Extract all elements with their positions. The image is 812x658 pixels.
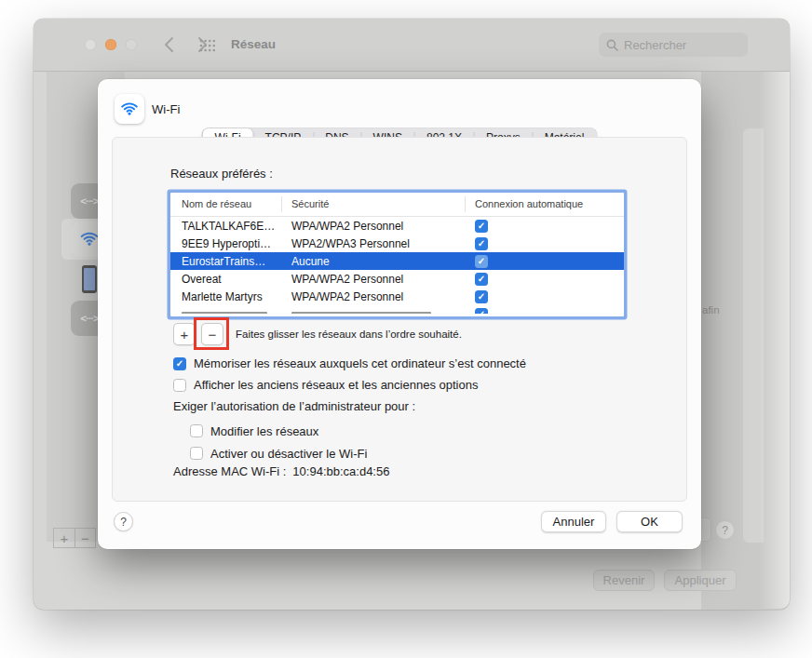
wifi-icon: [119, 98, 140, 121]
network-name: TALKTALKAF6E…: [170, 220, 282, 233]
option-label: Afficher les anciens réseaux et les anci…: [194, 378, 478, 392]
network-security: WPA/WPA2 Personnel: [282, 220, 466, 233]
network-name: 9EE9 Hyperopti…: [170, 237, 282, 250]
ok-button[interactable]: OK: [616, 511, 683, 532]
preferred-networks-label: Réseaux préférés :: [170, 167, 273, 181]
network-table-body: TALKTALKAF6E… WPA/WPA2 Personnel 9EE9 Hy…: [170, 217, 624, 314]
background-text-fragment: afin: [702, 304, 720, 316]
network-row[interactable]: Marlette Martyrs WPA/WPA2 Personnel: [170, 288, 624, 305]
column-header-auto-connect[interactable]: Connexion automatique: [466, 196, 624, 212]
titlebar: Réseau: [34, 19, 790, 72]
apply-button[interactable]: Appliquer: [664, 570, 737, 591]
search-input[interactable]: [599, 33, 748, 57]
option-row: Activer ou désactiver le Wi-Fi: [190, 442, 367, 464]
admin-options-list: Modifier les réseauxActiver ou désactive…: [190, 420, 367, 464]
network-row[interactable]: [170, 305, 624, 314]
network-row[interactable]: Overeat WPA/WPA2 Personnel: [170, 270, 624, 288]
checkbox[interactable]: [475, 220, 488, 233]
table-header: Nom de réseau Sécurité Connexion automat…: [170, 193, 624, 217]
background-help-button[interactable]: ?: [715, 520, 735, 540]
network-security: WPA/WPA2 Personnel: [282, 273, 466, 286]
column-header-security[interactable]: Sécurité: [282, 196, 466, 212]
checkbox[interactable]: [190, 447, 203, 460]
cancel-button[interactable]: Annuler: [541, 511, 606, 532]
dialog-title: Wi-Fi: [152, 102, 180, 116]
add-network-button[interactable]: +: [173, 323, 196, 345]
traffic-light-zoom-icon[interactable]: [126, 39, 137, 50]
ethernet-icon: <···>: [81, 195, 99, 207]
mac-address-line: Adresse MAC Wi-Fi :10:94:bb:ca:d4:56: [173, 464, 389, 478]
network-row[interactable]: EurostarTrains… Aucune: [170, 252, 624, 270]
option-label: Modifier les réseaux: [210, 424, 318, 438]
network-name: EurostarTrains…: [170, 255, 282, 268]
screen: Réseau <···> <···>: [0, 0, 812, 658]
background-remove-service-button[interactable]: −: [74, 528, 96, 548]
preferred-networks-table[interactable]: Nom de réseau Sécurité Connexion automat…: [170, 193, 624, 316]
window-edge-highlight: [759, 72, 790, 609]
checkbox[interactable]: [190, 424, 203, 437]
network-security: WPA2/WPA3 Personnel: [282, 237, 466, 250]
network-name: Marlette Martyrs: [170, 290, 282, 303]
network-row[interactable]: TALKTALKAF6E… WPA/WPA2 Personnel: [170, 217, 624, 235]
revert-button[interactable]: Revenir: [593, 570, 655, 591]
checkbox[interactable]: [173, 357, 186, 370]
background-add-remove-service: + −: [53, 528, 96, 548]
admin-authorization-label: Exiger l’autorisation de l’administrateu…: [173, 399, 415, 413]
annotation-highlight-box: [194, 317, 229, 350]
mac-address-label: Adresse MAC Wi-Fi :: [173, 464, 286, 478]
option-row: Modifier les réseaux: [190, 420, 367, 442]
dialog-help-button[interactable]: ?: [114, 512, 133, 531]
checkbox[interactable]: [475, 273, 488, 286]
iphone-icon: [82, 265, 97, 293]
window-title: Réseau: [231, 37, 276, 51]
option-label: Mémoriser les réseaux auxquels cet ordin…: [194, 356, 526, 370]
wifi-service-badge: [115, 94, 144, 124]
checkbox[interactable]: [173, 379, 186, 392]
network-security: Aucune: [282, 255, 466, 268]
background-add-service-button[interactable]: +: [53, 528, 74, 548]
checkbox[interactable]: [475, 255, 488, 268]
show-all-grid-icon[interactable]: [199, 39, 216, 56]
network-row[interactable]: 9EE9 Hyperopti… WPA2/WPA3 Personnel: [170, 235, 624, 252]
ethernet-icon: <···>: [81, 313, 99, 324]
traffic-light-minimize-icon[interactable]: [105, 39, 116, 50]
back-chevron-icon[interactable]: [164, 36, 175, 53]
option-row: Mémoriser les réseaux auxquels cet ordin…: [173, 353, 526, 374]
mac-address-value: 10:94:bb:ca:d4:56: [292, 464, 389, 478]
option-row: Afficher les anciens réseaux et les anci…: [173, 374, 526, 396]
network-security: WPA/WPA2 Personnel: [282, 290, 466, 303]
wifi-options-dialog: Wi-Fi Wi-FiTCP/IPDNSWINS802.1XProxysMaté…: [98, 79, 701, 549]
checkbox[interactable]: [475, 290, 488, 303]
checkbox[interactable]: [475, 308, 488, 314]
traffic-light-close-icon[interactable]: [85, 39, 96, 50]
network-name: Overeat: [170, 273, 282, 286]
column-header-network-name[interactable]: Nom de réseau: [170, 196, 282, 212]
option-label: Activer ou désactiver le Wi-Fi: [210, 447, 367, 461]
checkbox[interactable]: [475, 237, 488, 250]
drag-hint-label: Faites glisser les réseaux dans l’ordre …: [236, 329, 462, 340]
options-list: Mémoriser les réseaux auxquels cet ordin…: [173, 353, 526, 396]
